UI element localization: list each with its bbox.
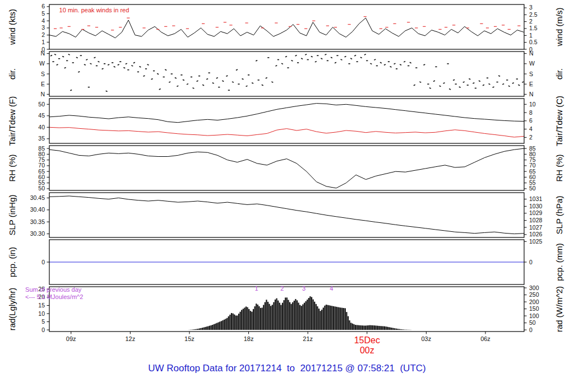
svg-text:0: 0 xyxy=(529,259,533,265)
rad-bar xyxy=(390,328,391,330)
dir-mark xyxy=(317,55,318,56)
dir-mark xyxy=(277,59,279,60)
dir-mark xyxy=(137,72,139,73)
dir-mark xyxy=(307,59,309,60)
dir-mark xyxy=(191,77,192,78)
dir-mark xyxy=(242,78,244,80)
svg-text:6: 6 xyxy=(41,3,45,10)
rad-bar xyxy=(206,326,207,330)
rad-bar xyxy=(241,310,242,330)
dir-mark xyxy=(165,69,167,71)
x-tick-label: 06z xyxy=(480,335,490,342)
dir-mark xyxy=(285,56,288,58)
rad-bar xyxy=(243,309,244,330)
dir-mark xyxy=(236,69,238,71)
rad-bar xyxy=(337,307,339,330)
dir-mark xyxy=(508,85,510,87)
rad-bar xyxy=(221,321,222,330)
dir-mark xyxy=(153,71,155,72)
rad-bar xyxy=(212,325,213,330)
panel-dir-y-axis-left: NWSEN xyxy=(39,50,49,97)
series-rh xyxy=(49,148,524,188)
rad-bar xyxy=(343,308,344,330)
dir-mark xyxy=(58,58,60,59)
rad-bar xyxy=(336,307,337,330)
dir-mark xyxy=(196,80,198,82)
rad-bar xyxy=(299,305,300,330)
dir-mark xyxy=(327,60,328,62)
rad-bar xyxy=(323,307,324,330)
dir-mark xyxy=(376,66,378,67)
rad-bar xyxy=(224,320,225,330)
dir-mark xyxy=(350,58,353,59)
dir-mark xyxy=(374,59,376,60)
dir-mark xyxy=(175,77,177,79)
rad-bar xyxy=(331,306,332,330)
svg-text:60: 60 xyxy=(38,174,45,180)
svg-text:1: 1 xyxy=(41,39,45,45)
rad-bar xyxy=(379,326,381,330)
dir-mark xyxy=(68,54,70,55)
svg-text:0: 0 xyxy=(41,259,45,265)
dir-mark xyxy=(311,56,313,58)
rad-bar xyxy=(292,302,293,330)
rad-bar xyxy=(205,327,206,330)
rad-bar xyxy=(234,315,235,330)
rad-bar xyxy=(225,319,226,330)
rad-bar xyxy=(316,304,317,330)
rad-bar xyxy=(352,324,353,330)
dir-mark xyxy=(415,67,417,68)
dir-mark xyxy=(400,64,402,66)
dir-mark xyxy=(78,71,80,73)
dir-mark xyxy=(413,85,415,86)
dir-mark xyxy=(112,62,113,63)
svg-text:1: 1 xyxy=(529,32,533,39)
dir-mark xyxy=(483,85,485,86)
x-tick-label: 12z xyxy=(125,335,135,342)
dir-mark xyxy=(218,87,220,88)
svg-text:50: 50 xyxy=(529,185,536,192)
rad-bar xyxy=(246,306,247,330)
rad-bar xyxy=(307,300,308,330)
svg-text:0: 0 xyxy=(41,326,45,333)
rad-bar xyxy=(375,325,376,330)
rad-bar xyxy=(244,307,245,330)
dir-mark xyxy=(354,55,357,57)
dir-mark xyxy=(228,90,230,91)
dir-mark xyxy=(76,57,78,59)
rad-bar xyxy=(216,323,217,330)
dir-mark xyxy=(80,55,82,56)
dir-mark xyxy=(394,63,396,64)
panel-slp-y-axis-right: 1025102610271028102910301031 xyxy=(524,195,543,245)
rad-bar xyxy=(199,328,200,330)
svg-text:2.5: 2.5 xyxy=(529,11,538,18)
rad-bar xyxy=(328,305,330,330)
panel-rad: 0510152025050100150200250300rad(Lgly/hr)… xyxy=(7,284,564,333)
svg-text:15: 15 xyxy=(38,302,45,309)
dir-mark xyxy=(335,62,337,64)
dir-mark xyxy=(62,56,64,58)
dir-mark xyxy=(183,80,185,81)
svg-text:50: 50 xyxy=(38,101,45,108)
dir-mark xyxy=(238,83,239,85)
panel-pcp-y-axis-right: 0 xyxy=(524,259,533,265)
dir-mark xyxy=(90,63,92,64)
rad-bar xyxy=(372,325,373,330)
svg-text:N: N xyxy=(40,91,45,97)
panel-wind-y-axis-right: 00.511.522.53 xyxy=(524,4,538,52)
annotation-rad: 4 xyxy=(330,285,333,292)
svg-text:1028: 1028 xyxy=(529,217,543,223)
panel-rh-series xyxy=(49,148,524,188)
rad-bar xyxy=(305,301,307,330)
svg-text:30.45: 30.45 xyxy=(30,194,45,201)
dir-mark xyxy=(479,80,481,82)
dir-mark xyxy=(475,88,476,89)
rad-bar xyxy=(269,304,270,330)
chart-title: UW Rooftop Data for 20171214 to 20171215… xyxy=(0,363,574,374)
svg-text:100: 100 xyxy=(529,312,539,319)
rad-bar xyxy=(235,315,237,330)
rad-bar xyxy=(404,330,405,330)
dir-mark xyxy=(212,82,214,84)
dir-mark xyxy=(396,68,397,69)
rad-bar xyxy=(388,327,390,330)
